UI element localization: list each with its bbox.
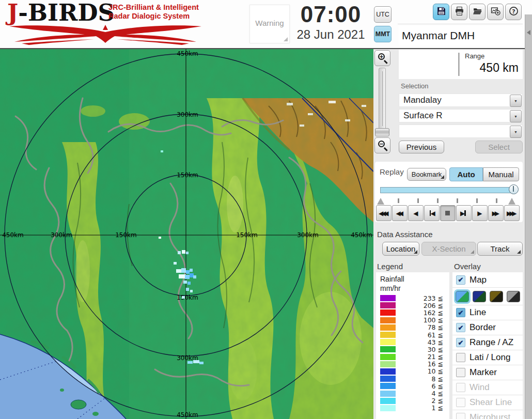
logo-birds: -BIRDS — [18, 0, 115, 26]
overlay-item-microburst: Microburst — [452, 410, 523, 419]
selection-dropdown-value — [399, 125, 522, 126]
map-style-dark-blue-button[interactable] — [473, 291, 486, 302]
eagle-icon — [6, 24, 205, 45]
checkbox-marker[interactable] — [456, 368, 465, 377]
fast-forward-button[interactable]: ▶▶▶ — [504, 205, 520, 221]
chevron-down-icon[interactable]: ▼ — [510, 95, 522, 107]
zoom-in-button[interactable]: + — [374, 50, 390, 66]
collapse-panel-icon[interactable] — [527, 30, 530, 35]
legend-color-swatch — [380, 346, 396, 352]
selection-dropdown-2[interactable]: Surface R▼ — [399, 109, 523, 122]
auto-button[interactable]: Auto — [449, 167, 483, 181]
selection-dropdown-1[interactable]: Mandalay▼ — [399, 94, 523, 107]
map-zoom-slider-handle[interactable] — [375, 128, 389, 136]
skip-start-button[interactable]: ◀ — [424, 205, 440, 221]
forward-icon: ▶ — [495, 210, 499, 217]
resize-grip-icon[interactable] — [284, 37, 288, 41]
plus-icon: + — [379, 53, 385, 59]
checkbox-wind[interactable] — [456, 383, 465, 392]
map-zoom-slider[interactable] — [379, 68, 386, 130]
timezone-switch: UTCMMT — [374, 6, 393, 45]
help-button[interactable]: ? — [505, 4, 522, 20]
range-ring-label: 300km — [297, 231, 319, 239]
previous-button[interactable]: Previous — [399, 141, 444, 153]
legend-color-swatch — [380, 302, 396, 308]
selection-dropdown-value: Mandalay — [399, 94, 522, 105]
track-button[interactable]: Track — [477, 242, 523, 256]
overlay-item-map: ✔Map — [452, 272, 523, 287]
corner-fold-icon — [517, 250, 521, 254]
skip-end-button[interactable]: ▶ — [456, 205, 472, 221]
replay-timeline-slider[interactable] — [380, 187, 513, 193]
tz-utc-button[interactable]: UTC — [374, 6, 392, 23]
save-button[interactable] — [433, 4, 449, 20]
jbirds-app-window: J-BIRDS JRC-Brilliant & Intelligent Rada… — [0, 0, 532, 419]
timeline-end-marker[interactable] — [508, 198, 515, 205]
location-button[interactable]: Location — [382, 242, 419, 256]
legend-card: Rainfall mm/hr 233 ≦206 ≦162 ≦100 ≦78 ≦6… — [376, 272, 449, 419]
map-style-gray-button[interactable] — [507, 291, 520, 302]
range-ring-label: 450km — [177, 411, 198, 418]
play-button[interactable]: ▶ — [472, 205, 488, 221]
corner-fold-icon — [441, 175, 444, 179]
checkbox-lati-long[interactable] — [456, 353, 465, 362]
checkbox-line[interactable]: ✔ — [456, 308, 465, 317]
x-section-button[interactable]: X-Section — [421, 242, 476, 256]
step-back-button[interactable]: ◀ — [408, 205, 424, 221]
legend-value: 100 ≦ — [396, 316, 449, 324]
print-button[interactable] — [451, 4, 467, 20]
manual-button[interactable]: Manual — [483, 167, 519, 181]
add-image-button[interactable] — [487, 4, 504, 20]
chevron-down-icon[interactable]: ▼ — [510, 110, 522, 122]
replay-card: Replay Bookmark Auto Manual ◀◀◀◀◀◀◀▶▶▶▶▶… — [375, 162, 523, 222]
radar-map[interactable]: 450km300km150km150km300km450km450km300km… — [0, 49, 373, 419]
tz-mmt-button[interactable]: MMT — [374, 26, 392, 42]
station-name: Myanmar DMH — [399, 26, 523, 45]
overlay-item-label: Line — [470, 307, 486, 318]
da-button-label: Location — [386, 244, 416, 253]
overlay-item-label: Map — [470, 275, 487, 285]
timeline-tick — [417, 198, 419, 203]
print-icon — [455, 6, 464, 18]
legend-row: 100 ≦ — [376, 317, 449, 324]
logo-title: J-BIRDS — [7, 1, 115, 25]
map-style-daylight-button[interactable] — [456, 291, 469, 302]
minus-icon: − — [379, 140, 385, 147]
checkbox-range-az[interactable]: ✔ — [456, 338, 465, 347]
replay-slider-handle[interactable] — [509, 184, 519, 194]
forward-button[interactable]: ▶▶ — [488, 205, 504, 221]
timeline-start-marker[interactable] — [377, 198, 384, 205]
chevron-down-icon[interactable]: ▼ — [510, 126, 522, 138]
legend-color-swatch — [380, 383, 396, 389]
stop-button[interactable] — [440, 205, 456, 221]
checkbox-microburst[interactable] — [456, 413, 465, 419]
playback-controls: ◀◀◀◀◀◀◀▶▶▶▶▶▶▶ — [376, 205, 520, 221]
fast-rewind-button[interactable]: ◀◀◀ — [376, 205, 392, 221]
timeline-tick — [496, 198, 497, 203]
checkbox-map[interactable]: ✔ — [456, 275, 465, 285]
corner-fold-icon — [471, 250, 474, 254]
overlay-label: Overlay — [454, 262, 481, 271]
checkbox-border[interactable]: ✔ — [456, 323, 465, 332]
legend-row: 4 ≦ — [376, 390, 449, 397]
help-icon: ? — [509, 6, 519, 18]
warning-panel[interactable]: Warning — [249, 5, 290, 43]
legend-value: 6 ≦ — [396, 382, 449, 390]
overlay-item-marker: Marker — [452, 365, 523, 380]
da-button-label: Track — [491, 244, 510, 253]
bookmark-button[interactable]: Bookmark — [407, 168, 446, 181]
legend-color-swatch — [380, 361, 396, 367]
panel-edge-strip[interactable] — [525, 14, 532, 419]
legend-row: 43 ≦ — [376, 338, 449, 346]
legend-label: Legend — [377, 262, 403, 271]
open-folder-button[interactable] — [469, 4, 486, 20]
stop-icon — [445, 211, 450, 215]
legend-row: 21 ≦ — [376, 353, 449, 361]
checkbox-shear-line[interactable] — [456, 398, 465, 407]
open-folder-icon — [473, 6, 482, 18]
rewind-button[interactable]: ◀◀ — [392, 205, 408, 221]
map-style-olive-button[interactable] — [490, 291, 503, 302]
zoom-out-button[interactable]: − — [374, 137, 390, 153]
selection-dropdown-3[interactable]: ▼ — [399, 125, 523, 138]
select-button[interactable]: Select — [475, 141, 523, 153]
